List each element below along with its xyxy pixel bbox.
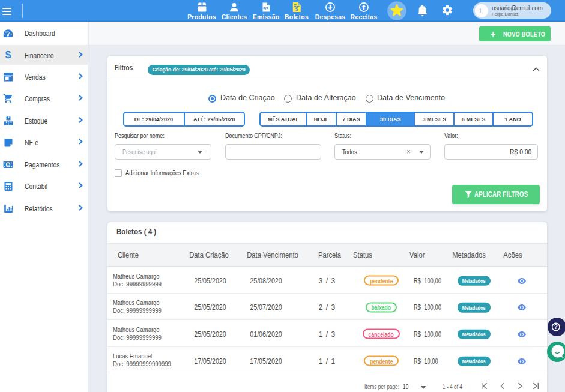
svg-text:?: ?: [554, 323, 558, 330]
svg-text:$: $: [295, 5, 298, 11]
svg-text:</>: </>: [263, 5, 269, 10]
